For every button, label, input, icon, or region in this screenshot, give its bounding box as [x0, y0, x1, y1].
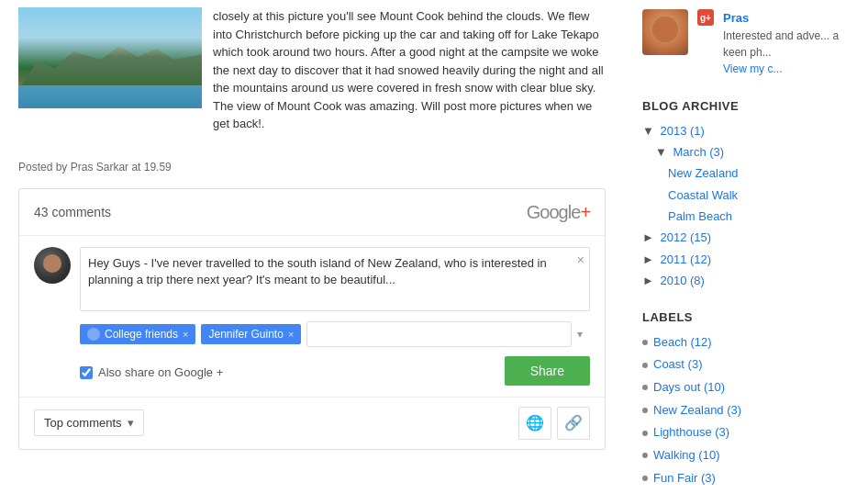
- label-coast-link[interactable]: Coast (3): [653, 357, 702, 371]
- sort-chevron-icon: ▾: [128, 416, 134, 430]
- archive-year-2011-link[interactable]: 2011 (12): [661, 252, 712, 266]
- profile-description: Interested and adve... a keen ph...: [723, 28, 853, 61]
- archive-title: BLOG ARCHIVE: [642, 99, 853, 113]
- label-coast: Coast (3): [642, 353, 853, 376]
- commenter-avatar: [34, 247, 71, 284]
- triangle-closed-2012-icon: ►: [642, 230, 654, 244]
- globe-icon-button[interactable]: 🌐: [518, 407, 551, 440]
- archive-post-palmbeach[interactable]: Palm Beach: [642, 206, 853, 227]
- label-dot-newzealand: [642, 408, 648, 413]
- gplus-badge: g+: [697, 9, 714, 26]
- tag-jennifer-guinto[interactable]: Jennifer Guinto ×: [201, 324, 301, 344]
- archive-year-2011[interactable]: ► 2011 (12): [642, 249, 853, 270]
- label-funfair: Fun Fair (3): [642, 467, 853, 490]
- sidebar: g+ Pras Interested and adve... a keen ph…: [624, 0, 862, 493]
- sort-label: Top comments: [44, 416, 122, 430]
- triangle-open-march-icon: ▼: [655, 145, 667, 159]
- label-walking-text[interactable]: Walking (10): [653, 444, 719, 467]
- toolbar-icons: 🌐 🔗: [518, 407, 590, 440]
- comments-toolbar: Top comments ▾ 🌐 🔗: [19, 398, 605, 449]
- tags-input[interactable]: [306, 321, 572, 347]
- tag-circle-icon: [87, 328, 100, 341]
- label-dot-beach: [642, 340, 648, 345]
- post-meta: Posted by Pras Sarkar at 19.59: [0, 155, 624, 179]
- tag-college-friends-label: College friends: [105, 328, 178, 341]
- tag-jennifer-guinto-label: Jennifer Guinto: [208, 328, 283, 341]
- tag-college-friends[interactable]: College friends ×: [80, 324, 195, 344]
- sort-dropdown[interactable]: Top comments ▾: [34, 409, 144, 436]
- label-beach-text[interactable]: Beach (12): [653, 331, 712, 354]
- label-lighthouse-text[interactable]: Lighthouse (3): [653, 421, 729, 444]
- also-share-row: Also share on Google +: [80, 365, 223, 379]
- post-text-excerpt: closely at this picture you'll see Mount…: [213, 7, 606, 133]
- share-button[interactable]: Share: [505, 356, 590, 386]
- label-dot-walking: [642, 453, 648, 458]
- archive-year-2010[interactable]: ► 2010 (8): [642, 270, 853, 291]
- archive-year-2010-link[interactable]: 2010 (8): [661, 274, 705, 287]
- archive-post-newzealand[interactable]: New Zealand: [642, 162, 853, 184]
- label-coast-text[interactable]: Coast (3): [653, 353, 702, 376]
- label-daysout: Days out (10): [642, 376, 853, 399]
- label-lighthouse-link[interactable]: Lighthouse (3): [653, 425, 729, 439]
- archive-post-coastalwalk[interactable]: Coastal Walk: [642, 185, 853, 206]
- compose-textarea[interactable]: Hey Guys - I've never travelled to the s…: [80, 247, 590, 311]
- also-share-checkbox[interactable]: [80, 366, 93, 379]
- label-walking: Walking (10): [642, 444, 853, 467]
- link-icon: 🔗: [564, 414, 583, 431]
- archive-year-2013[interactable]: ▼ 2013 (1): [642, 120, 853, 141]
- google-plus-logo: Google+: [527, 200, 590, 224]
- label-beach: Beach (12): [642, 331, 853, 354]
- also-share-label: Also share on Google +: [98, 365, 223, 379]
- comments-header: 43 comments Google+: [19, 189, 605, 236]
- post-body: [0, 140, 624, 155]
- label-funfair-link[interactable]: Fun Fair (3): [653, 471, 716, 485]
- comments-section: 43 comments Google+ Hey Guys - I've neve…: [18, 188, 606, 450]
- tag-college-friends-remove[interactable]: ×: [183, 329, 188, 340]
- triangle-open-icon: ▼: [642, 124, 654, 138]
- label-dot-daysout: [642, 385, 648, 390]
- label-funfair-text[interactable]: Fun Fair (3): [653, 467, 716, 490]
- archive-newzealand-link[interactable]: New Zealand: [668, 166, 739, 180]
- archive-section: BLOG ARCHIVE ▼ 2013 (1) ▼ March (3) New …: [642, 99, 853, 292]
- label-dot-funfair: [642, 476, 648, 481]
- globe-icon: 🌐: [526, 414, 544, 431]
- label-daysout-text[interactable]: Days out (10): [653, 376, 725, 399]
- archive-month-march[interactable]: ▼ March (3): [642, 141, 853, 162]
- label-daysout-link[interactable]: Days out (10): [653, 380, 725, 394]
- labels-title: LABELS: [642, 310, 853, 324]
- profile-section: g+ Pras Interested and adve... a keen ph…: [642, 0, 853, 95]
- archive-year-2012-link[interactable]: 2012 (15): [661, 230, 712, 244]
- tag-jennifer-guinto-remove[interactable]: ×: [288, 329, 294, 340]
- label-lighthouse: Lighthouse (3): [642, 421, 853, 444]
- comments-count: 43 comments: [34, 205, 111, 219]
- labels-section: LABELS Beach (12) Coast (3) Days out (10…: [642, 310, 853, 490]
- label-dot-coast: [642, 363, 648, 368]
- link-icon-button[interactable]: 🔗: [557, 407, 590, 440]
- comment-compose: Hey Guys - I've never travelled to the s…: [19, 236, 605, 398]
- profile-info: Pras Interested and adve... a keen ph...…: [723, 9, 853, 77]
- triangle-closed-2010-icon: ►: [642, 274, 654, 287]
- archive-year-2012[interactable]: ► 2012 (15): [642, 227, 853, 248]
- archive-coastalwalk-link[interactable]: Coastal Walk: [668, 188, 738, 202]
- profile-view-link[interactable]: View my c...: [723, 62, 782, 75]
- profile-avatar: [642, 9, 688, 55]
- label-newzealand: New Zealand (3): [642, 399, 853, 422]
- label-dot-lighthouse: [642, 431, 648, 436]
- triangle-closed-2011-icon: ►: [642, 252, 654, 266]
- profile-name[interactable]: Pras: [723, 9, 853, 28]
- label-newzealand-text[interactable]: New Zealand (3): [653, 399, 741, 422]
- archive-month-march-link[interactable]: March (3): [673, 145, 725, 159]
- tags-dropdown-icon[interactable]: ▾: [577, 328, 590, 341]
- label-walking-link[interactable]: Walking (10): [653, 448, 719, 462]
- label-beach-link[interactable]: Beach (12): [653, 335, 712, 349]
- archive-palmbeach-link[interactable]: Palm Beach: [668, 209, 732, 223]
- post-image: [18, 7, 202, 108]
- label-newzealand-link[interactable]: New Zealand (3): [653, 403, 741, 417]
- compose-box-wrapper: Hey Guys - I've never travelled to the s…: [80, 247, 590, 314]
- close-icon[interactable]: ×: [577, 252, 584, 267]
- archive-year-2013-link[interactable]: 2013 (1): [661, 124, 705, 138]
